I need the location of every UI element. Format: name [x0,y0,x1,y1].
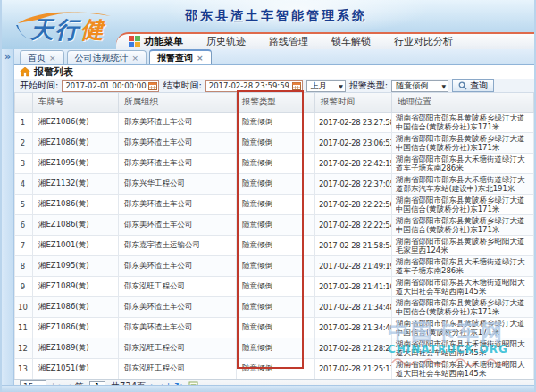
row-index-cell: 13 [15,358,33,379]
chevron-down-icon: ▼ [442,83,447,89]
calendar-icon[interactable] [292,81,301,90]
alarm-time-cell: 2017-02-28 23:27:58 [315,112,392,132]
table-row[interactable]: 5 湘EZ1086(黄) 邵东美环渣土车公司 随意倾倒 2017-02-28 2… [15,194,534,214]
alarm-type-select[interactable]: 随意倾倒 ▼ [391,80,448,92]
plate-cell: 湘EZ1095(黄) [33,153,119,173]
nav-item-function-menu[interactable]: 功能菜单 [129,35,183,48]
alarm-type-select-value: 随意倾倒 [396,80,428,92]
close-icon[interactable]: × [49,54,56,63]
alarm-time-cell: 2017-02-28 21:28:27 [315,338,392,358]
column-header-plate[interactable]: 车牌号 [33,93,119,112]
alarm-type-cell: 随意倾倒 [237,358,315,379]
filter-bar: 开始时间: 结束时间: [14,79,534,93]
nav-item-history-track[interactable]: 历史轨迹 [206,35,246,48]
table-row[interactable]: 6 湘EZ1086(黄) 邵东美环渣土车公司 随意倾倒 2017-02-28 2… [15,214,534,235]
table-row[interactable]: 8 湘EZ1095(黄) 邵东美环渣土车公司 随意倾倒 2017-02-28 2… [15,255,534,276]
row-index-cell: 6 [15,214,33,235]
plate-cell: 湘EZ1095(黄) [33,255,119,276]
tab-label: 报警查询 [157,52,193,64]
plate-cell: 湘EZ1001(黄) [33,235,119,255]
column-header-location[interactable]: 地理位置 [392,93,534,112]
alarm-table-body: 1 湘EZ1086(黄) 邵东美环渣土车公司 随意倾倒 2017-02-28 2… [15,112,534,379]
location-cell: 湖南省邵阳市邵东县黄陂桥乡绿汀大道中国信合(黄陂桥分社)东171米 [392,194,534,214]
table-row[interactable]: 1 湘EZ1086(黄) 邵东美环渣土车公司 随意倾倒 2017-02-28 2… [15,112,534,132]
org-cell: 邵东美环渣土车公司 [119,132,237,153]
search-icon [458,81,467,90]
org-cell: 邵东兴华工程公司 [119,173,237,194]
nav-item-label: 锁车解锁 [331,35,371,48]
nav-item-industry-compare[interactable]: 行业对比分析 [394,35,453,48]
table-row[interactable]: 10 湘EZ1086(黄) 邵东美环渣土车公司 随意倾倒 2017-02-28 … [15,296,534,317]
sidebar-expand-button[interactable]: » [2,51,13,63]
plate-cell: 湘EZ1132(黄) [33,173,119,194]
row-index-cell: 2 [15,132,33,153]
alarm-time-cell: 2017-02-28 22:37:05 [315,173,392,194]
search-button[interactable]: 查询 [452,79,494,92]
tab-label: 首页 [28,52,46,64]
alarm-time-cell: 2017-02-28 21:49:19 [315,255,392,276]
nav-item-label: 历史轨迹 [206,35,246,48]
home-icon [20,67,30,77]
location-cell: 湖南省邵阳市邵东县黄陂桥乡绿汀大道中国信合(黄陂桥分社)东171米 [392,296,534,317]
location-cell: 湖南省邵阳市邵东县大禾塘街道昭阳大道大田社会车站西南145米 [392,276,534,296]
plate-cell: 湘EZ1086(黄) [33,214,119,235]
alarm-time-cell: 2017-02-28 22:22:56 [315,194,392,214]
table-row[interactable]: 4 湘EZ1132(黄) 邵东兴华工程公司 随意倾倒 2017-02-28 22… [15,173,534,194]
location-cell: 湖南省邵阳市邵东县大禾塘街道昭阳大道大田社会车站西南145米 [392,358,534,379]
panel-header: 报警列表 [14,65,534,79]
table-row[interactable]: 7 湘EZ1001(黄) 邵东嘉宇渣土运输公司 随意倾倒 2017-02-28 … [15,235,534,255]
plate-cell: 湘EZ1086(黄) [33,194,119,214]
table-row[interactable]: 3 湘EZ1095(黄) 邵东美环渣土车公司 随意倾倒 2017-02-28 2… [15,153,534,173]
table-row[interactable]: 11 湘EZ1086(黄) 邵东美环渣土车公司 随意倾倒 2017-02-28 … [15,317,534,338]
alarm-table-header: 车牌号 所属组织 报警类型 报警时间 地理位置 [15,93,534,112]
end-time-input[interactable] [209,81,291,91]
alarm-type-cell: 随意倾倒 [237,317,315,338]
tab-home[interactable]: 首页 × [20,50,64,64]
tab-alarm-query[interactable]: 报警查询 × [149,49,212,64]
close-icon[interactable]: × [132,54,139,63]
menu-grid-icon [129,36,140,47]
alarm-type-cell: 随意倾倒 [237,173,315,194]
table-row[interactable]: 12 湘EZ1089(黄) 邵东泓旺工程公司 随意倾倒 2017-02-28 2… [15,338,534,358]
plate-cell: 湘EZ1051(黄) [33,358,119,379]
alarm-table: 车牌号 所属组织 报警类型 报警时间 地理位置 1 湘EZ1086(黄) 邵东美… [14,93,534,379]
column-header-alarm-time[interactable]: 报警时间 [315,93,392,112]
org-cell: 邵东美环渣土车公司 [119,194,237,214]
tab-company-violation-stats[interactable]: 公司违规统计 × [67,50,147,64]
search-button-label: 查询 [470,79,488,92]
nav-item-lock-unlock[interactable]: 锁车解锁 [331,35,371,48]
column-header-index [15,93,33,112]
table-row[interactable]: 2 湘EZ1086(黄) 邵东美环渣土车公司 随意倾倒 2017-02-28 2… [15,132,534,153]
org-cell: 邵东泓旺工程公司 [119,358,237,379]
start-time-input[interactable] [65,81,147,91]
end-time-field [205,80,303,92]
location-cell: 湖南省邵阳市邵东县大禾塘街道昭阳大道大田社会车站西南145米 [392,338,534,358]
org-cell: 邵东泓旺工程公司 [119,276,237,296]
alarm-type-cell: 随意倾倒 [237,153,315,173]
start-time-label: 开始时间: [20,79,58,92]
alarm-type-cell: 随意倾倒 [237,132,315,153]
nav-item-label: 路线管理 [269,35,308,48]
location-cell: 湖南省邵阳市邵东县黄陂桥乡绿汀大道中国信合(黄陂桥分社)东171米 [392,317,534,338]
start-time-field [62,80,159,92]
plate-cell: 湘EZ1086(黄) [33,296,119,317]
tab-label: 公司违规统计 [75,52,129,64]
column-header-org[interactable]: 所属组织 [119,93,237,112]
alarm-time-cell: 2017-02-28 23:06:53 [315,132,392,153]
alarm-type-cell: 随意倾倒 [237,194,315,214]
calendar-icon[interactable] [148,81,157,90]
period-select-value: 上月 [311,80,327,92]
page-title: 邵东县渣土车智能管理系统 [185,8,367,24]
column-header-alarm-type[interactable]: 报警类型 [237,93,315,112]
location-cell: 湖南省邵阳市邵东县大禾塘街道绿汀大道车子塘东南286米 [392,255,534,276]
alarm-time-cell: 2017-02-28 21:58:54 [315,235,392,255]
table-row[interactable]: 13 湘EZ1051(黄) 邵东泓旺工程公司 随意倾倒 2017-02-28 2… [15,358,534,379]
period-select[interactable]: 上月 ▼ [306,80,346,92]
org-cell: 邵东美环渣土车公司 [119,112,237,132]
table-row[interactable]: 9 湘EZ1089(黄) 邵东泓旺工程公司 随意倾倒 2017-02-28 21… [15,276,534,296]
org-cell: 邵东美环渣土车公司 [119,255,237,276]
tab-bar: 首页 × 公司违规统计 × 报警查询 × [14,49,534,65]
alarm-type-cell: 随意倾倒 [237,255,315,276]
close-icon[interactable]: × [197,54,204,63]
nav-item-route-management[interactable]: 路线管理 [269,35,308,48]
